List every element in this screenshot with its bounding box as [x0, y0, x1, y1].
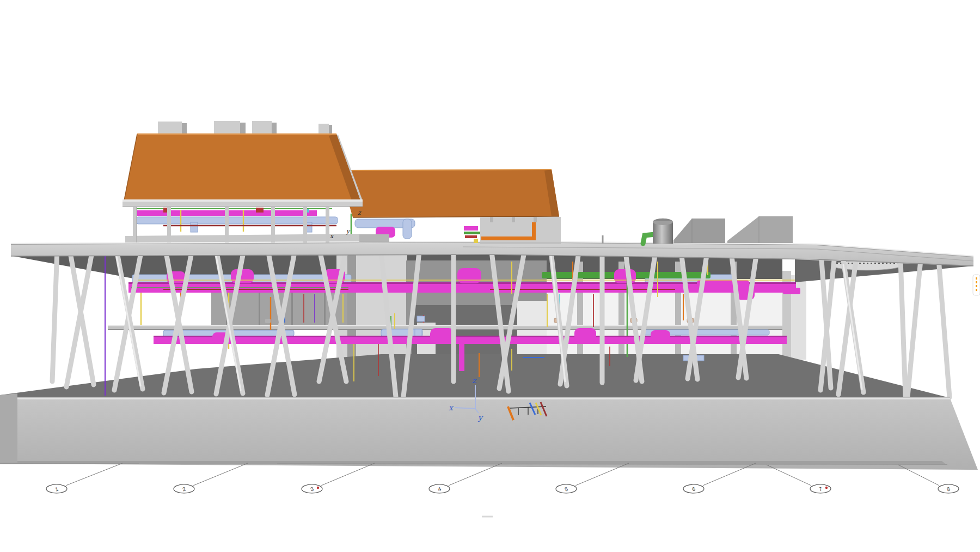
section-marker[interactable]	[973, 275, 980, 295]
grid-bubble-4[interactable]: 4	[429, 463, 502, 493]
bim-3d-viewport[interactable]: z y x z x y	[0, 0, 980, 552]
podium-base	[0, 393, 978, 517]
rooftop-units	[158, 121, 332, 135]
grid-bubble-3[interactable]: 3	[302, 463, 375, 493]
rooftop-tank	[653, 219, 673, 244]
ahu-box-2	[727, 216, 793, 243]
grid-bubble-5[interactable]: 5	[556, 463, 629, 493]
ahu-box-1	[673, 219, 725, 243]
grid-highlight-dot	[317, 487, 319, 489]
gable-roof	[124, 134, 363, 201]
grid-bubble-1[interactable]: 1	[46, 463, 122, 493]
grid-bubble-7[interactable]: 7	[767, 465, 831, 493]
rooftop-equipment	[643, 216, 793, 244]
grid-highlight-dot	[825, 487, 828, 489]
eave-fascia	[122, 199, 363, 207]
model-y-label: y	[346, 228, 351, 235]
grid-bubble-2[interactable]: 2	[174, 463, 248, 493]
